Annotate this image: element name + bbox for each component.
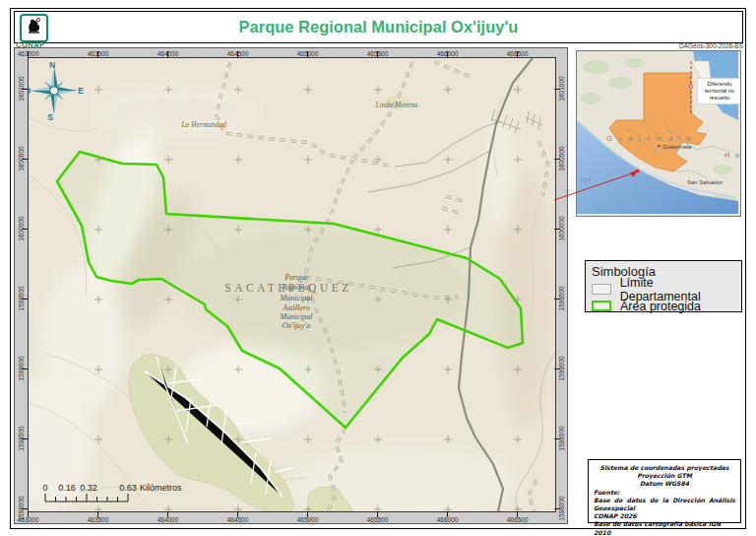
city-marker (658, 145, 661, 148)
legend-item-label: Área protegida (620, 300, 701, 313)
inset-map: G u a t e m a l a Guatemala San Salvador… (576, 50, 741, 217)
axis-tick (22, 299, 28, 300)
axis-tick (28, 511, 29, 517)
axis-tick (307, 511, 308, 517)
compass-e: E (78, 86, 84, 96)
credits-line: Datum WGS84 (594, 480, 735, 488)
departmental-swatch (592, 284, 611, 295)
axis-tick (554, 299, 560, 300)
credits-box: Sistema de coordenadas proyectadas Proye… (588, 459, 741, 523)
axis-tick (237, 51, 238, 57)
note-line: territorial no (699, 88, 740, 95)
axis-tick (97, 511, 98, 517)
note-line: resuelto (699, 95, 740, 101)
legend-box: Simbología Límite Departamental Área pro… (585, 260, 742, 312)
axis-tick (307, 51, 308, 57)
label-department: SACATEPÉQUEZ (224, 282, 352, 294)
inset-san-salvador-label: San Salvador (687, 179, 723, 185)
scale-label-0: 0 (42, 483, 47, 493)
compass-n: N (49, 60, 55, 70)
axis-tick (22, 159, 28, 160)
legend-item-departmental: Límite Departamental (592, 281, 735, 298)
label-la-hermandad: La Hermandad (178, 120, 229, 129)
scale-label-016: 0.16 (58, 483, 76, 493)
axis-tick (167, 511, 168, 517)
label-linda-morena: Linda Morena (376, 100, 418, 109)
main-map: N E S O La Hermandad Linda Morena Parque… (28, 57, 556, 512)
diferendo-note: Diferendo territorial no resuelto (697, 78, 741, 104)
axis-tick (28, 51, 29, 57)
page-title: Parque Regional Municipal Ox'ijuy'u (15, 18, 742, 36)
axis-tick (517, 51, 518, 57)
axis-tick (554, 89, 560, 90)
inset-honduras-partial-label: H o (724, 152, 741, 159)
credits-line: Base de datos de la Dirección Análisis G… (594, 497, 735, 512)
axis-tick (22, 89, 28, 90)
axis-tick (554, 229, 560, 230)
credits-line: CONAP 2026 (594, 512, 735, 520)
credits-line: Base de datos cartografía básica IGN 201… (594, 520, 735, 536)
note-line: Diferendo (699, 81, 740, 88)
compass-s: S (47, 112, 53, 122)
compass-o: O (28, 86, 31, 96)
credits-line: Sistema de coordenadas proyectadas (594, 464, 735, 472)
label-park-line6: Ox'ijuy'a (283, 321, 311, 331)
axis-tick (517, 511, 518, 517)
scale-label-032: 0.32 (80, 483, 97, 493)
axis-tick (167, 51, 168, 57)
inset-route-label: 72T (581, 177, 591, 183)
axis-tick (447, 511, 448, 517)
doc-code: DAGeos-300-2026-BS (679, 42, 743, 49)
axis-tick (22, 368, 28, 369)
inset-canvas (577, 51, 738, 214)
credits-line: Fuente: (594, 489, 735, 497)
axis-tick (377, 511, 378, 517)
credits-line: Proyección GTM (594, 472, 735, 480)
scale-unit: Kilómetros (140, 483, 182, 493)
inset-country-label: G u a t e m a l a (606, 134, 692, 143)
axis-tick (22, 229, 28, 230)
axis-tick (97, 51, 98, 57)
axis-tick (22, 508, 28, 509)
axis-tick (237, 511, 238, 517)
protected-swatch (592, 301, 611, 311)
axis-tick (554, 438, 560, 439)
park-location-marker (636, 169, 639, 172)
scale-label-063: 0.63 (119, 483, 137, 493)
header-bar: CONAP Parque Regional Municipal Ox'ijuy'… (14, 11, 743, 43)
inset-city-label: Guatemala (662, 144, 691, 150)
axis-tick (554, 159, 560, 160)
axis-tick (554, 508, 560, 509)
axis-tick (554, 368, 560, 369)
map-document-page: { "header": { "logo_text": "CONAP", "tit… (0, 0, 756, 536)
axis-tick (447, 51, 448, 57)
label-park-line3: Municipal (281, 294, 313, 303)
axis-tick (377, 51, 378, 57)
axis-tick (22, 438, 28, 439)
map-frame: N E S O La Hermandad Linda Morena Parque… (14, 47, 568, 524)
